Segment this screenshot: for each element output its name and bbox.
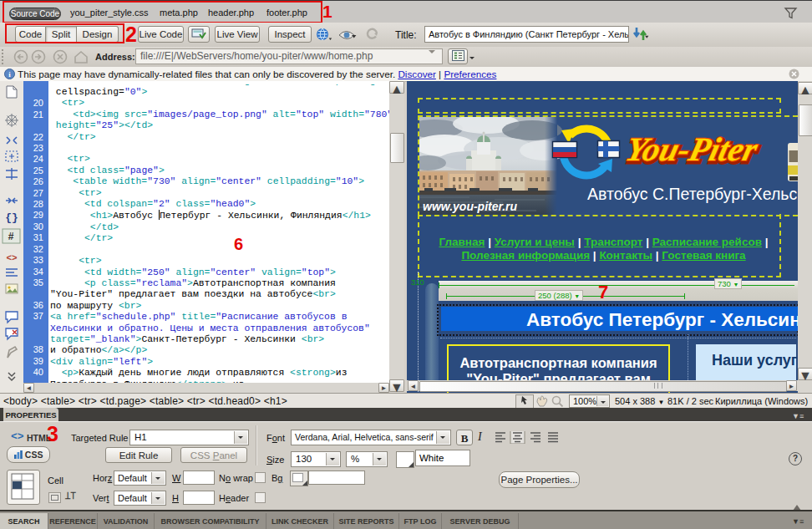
svg-text:You-Piter: You-Piter [622,131,763,168]
svg-text:<>: <> [6,253,18,263]
svg-text:{}: {} [5,211,18,224]
svg-text:#: # [8,231,14,242]
